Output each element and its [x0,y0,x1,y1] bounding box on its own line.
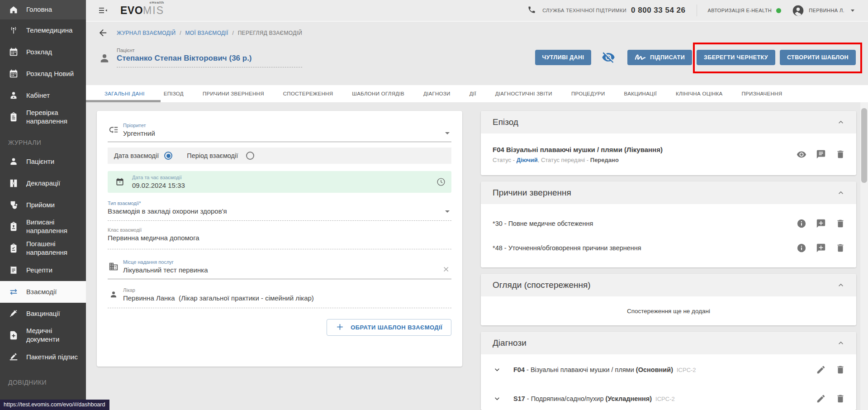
sidebar-item-interactions[interactable]: Взаємодії [0,281,86,303]
sidebar-item-cabinet[interactable]: Кабінет [0,85,86,106]
clear-icon[interactable] [441,265,451,274]
sidebar-item-telemedicine[interactable]: Телемедицина [0,19,86,41]
sidebar-item-schedule[interactable]: Розклад [0,41,86,63]
clock-icon[interactable] [436,177,446,187]
low-priority-icon [108,124,119,136]
chevron-down-icon[interactable] [493,394,502,403]
sidebar-item-batch-signature[interactable]: Пакетний підпис [0,346,86,368]
sidebar-item-issued-referrals[interactable]: Виписані направлення [0,216,86,238]
date-mode-radio-selected[interactable] [164,152,172,160]
chevron-up-icon[interactable] [836,281,845,290]
delete-icon[interactable] [835,219,845,229]
delete-icon[interactable] [835,149,845,159]
service-place-label: Місце надання послуг [123,259,208,265]
user-name[interactable]: ПЕРВИННА Л. [809,8,844,13]
tab-clinical-assessment[interactable]: КЛІНІЧНА ОЦІНКА [666,91,732,96]
sidebar: Головна Телемедицина Розклад Розклад Нов… [0,0,86,410]
interaction-class-field: Клас взаємодії Первинна медична допомога [108,227,451,249]
sidebar-item-declarations[interactable]: Декларації [0,172,86,194]
diagnosis-item: S17 - Подряпина/садно/пухир (Ускладнення… [493,390,845,408]
chevron-down-icon[interactable] [493,365,502,374]
delete-icon[interactable] [835,243,845,253]
calendar-icon [8,47,19,57]
info-icon[interactable] [797,243,806,253]
user-avatar[interactable] [792,5,804,17]
sidebar-item-redeemed-referrals[interactable]: Погашені направлення [0,238,86,259]
service-place-value: Лікувальний тест первинка [123,266,208,274]
reasons-panel: Причини звернення *30 - Повне медичне об… [481,181,856,267]
tab-vaccinations[interactable]: ВАКЦИНАЦІЇ [615,91,666,96]
episode-type: (Лікування) [624,146,663,153]
info-icon[interactable] [797,219,806,229]
sidebar-item-prescriptions[interactable]: Рецепти [0,259,86,281]
chevron-up-icon[interactable] [836,188,845,197]
back-arrow-icon[interactable] [98,28,109,38]
comment-icon[interactable] [816,149,826,159]
diagnoses-title: Діагнози [493,338,526,348]
observations-title: Огляди (спостереження) [493,280,591,290]
tab-exam-templates[interactable]: ШАБЛОНИ ОГЛЯДІВ [342,91,414,96]
sidebar-item-home[interactable]: Головна [0,0,86,19]
edit-icon[interactable] [816,394,826,404]
sensitive-data-button[interactable]: ЧУТЛИВІ ДАНІ [535,50,592,65]
evomis-logo[interactable]: EVOMISeHealth [120,5,164,17]
telemedicine-icon [8,25,19,36]
interaction-form-card: Пріоритет Ургентний Дата взаємодії Періо… [97,111,462,367]
period-mode-radio[interactable] [246,152,254,160]
priority-field[interactable]: Пріоритет Ургентний [108,123,451,142]
diagnoses-panel-header: Діагнози [481,332,856,354]
sidebar-item-referral-check[interactable]: Перевірка направлення [0,106,86,128]
patient-name-link[interactable]: Степанко Степан Вікторович (36 р.) [117,54,302,63]
view-icon[interactable] [797,149,806,159]
top-header: EVOMISeHealth СЛУЖБА ТЕХНІЧНОЇ ПІДТРИМКИ… [86,0,868,22]
chevron-down-icon[interactable] [851,10,854,12]
sign-button[interactable]: ПІДПИСАТИ [627,50,692,65]
tab-diagnostic-reports[interactable]: ДІАГНОСТИЧНІ ЗВІТИ [486,91,562,96]
person-icon [8,156,19,167]
scrollbar-thumb[interactable] [861,108,867,183]
delete-icon[interactable] [835,365,845,375]
breadcrumb: ЖУРНАЛ ВЗАЄМОДІЙ / МОЇ ВЗАЄМОДІЇ / ПЕРЕГ… [117,30,302,36]
create-template-button[interactable]: СТВОРИТИ ШАБЛОН [780,50,856,65]
episode-status: Діючий [517,157,538,163]
sidebar-item-schedule-new[interactable]: Розклад Новий [0,63,86,85]
breadcrumb-link-journal[interactable]: ЖУРНАЛ ВЗАЄМОДІЙ [117,30,176,36]
reason-item: *48 - Уточнення/обговорення причини звер… [493,243,845,253]
calendar-icon [114,176,126,188]
syringe-icon [8,308,19,319]
tab-procedures[interactable]: ПРОЦЕДУРИ [562,91,615,96]
tabs-bar: ЗАГАЛЬНІ ДАНІ ЕПІЗОД ПРИЧИНИ ЗВЕРНЕННЯ С… [86,85,868,102]
tab-general-data[interactable]: ЗАГАЛЬНІ ДАНІ [95,91,154,96]
tab-actions[interactable]: ДІЇ [460,91,486,96]
auth-ehealth-label[interactable]: АВТОРИЗАЦІЯ E-HEALTH [708,8,772,13]
save-draft-button[interactable]: ЗБЕРЕГТИ ЧЕРНЕТКУ [697,50,775,65]
sidebar-item-vaccinations[interactable]: Вакцинації [0,303,86,324]
sidebar-item-appointments[interactable]: Прийоми [0,194,86,216]
tab-reasons[interactable]: ПРИЧИНИ ЗВЕРНЕННЯ [193,91,274,96]
interaction-type-field[interactable]: Тип взаємодії* Взаємодія в закладі охоро… [108,200,451,221]
support-phone: 0 800 33 54 26 [631,6,685,15]
sidebar-item-medical-documents[interactable]: Медичні документи [0,324,86,346]
chevron-up-icon[interactable] [836,118,845,127]
sidebar-item-patients[interactable]: Пацієнти [0,151,86,172]
delete-icon[interactable] [835,394,845,404]
service-place-field[interactable]: Місце надання послуг Лікувальний тест пе… [108,259,451,279]
tab-observations[interactable]: СПОСТЕРЕЖЕННЯ [274,91,343,96]
chevron-up-icon[interactable] [836,338,845,348]
datetime-field[interactable]: Дата та час взаємодії 09.02.2024 15:33 [108,171,451,193]
patient-label: Пацієнт [117,48,302,53]
tab-episode[interactable]: ЕПІЗОД [154,91,193,96]
edit-icon[interactable] [816,365,826,375]
select-interaction-template-button[interactable]: ОБРАТИ ШАБЛОН ВЗАЄМОДІЇ [327,319,451,336]
chevron-down-icon [445,210,450,213]
tab-diagnoses[interactable]: ДІАГНОЗИ [414,91,460,96]
divider [697,5,697,16]
add-comment-icon[interactable] [816,219,826,229]
collapse-menu-icon[interactable] [98,5,109,16]
vertical-scrollbar[interactable] [860,102,868,410]
breadcrumb-link-my-interactions[interactable]: МОЇ ВЗАЄМОДІЇ [185,30,228,36]
tab-prescriptions[interactable]: ПРИЗНАЧЕННЯ [732,91,792,96]
add-comment-icon[interactable] [816,243,826,253]
eye-off-icon[interactable] [602,51,617,64]
episode-panel: Епізод F04 Візуальні плаваючі мушки / пл… [481,111,856,175]
